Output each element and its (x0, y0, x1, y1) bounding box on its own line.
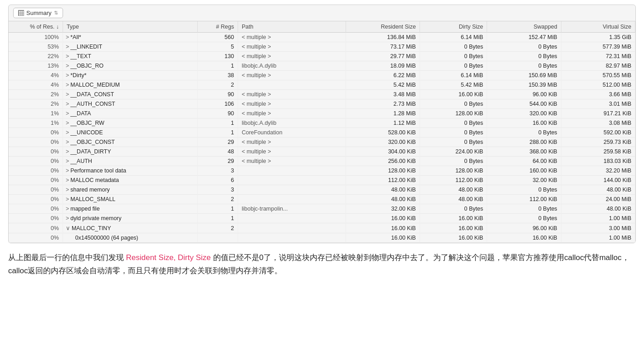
cell-type: >__OBJC_RO (63, 61, 197, 71)
expand-icon[interactable]: > (66, 187, 69, 193)
cell-regs: 1 (197, 118, 238, 128)
cell-virtual: 259.73 KiB (561, 138, 635, 147)
cell-path (238, 195, 346, 204)
expand-icon[interactable]: > (66, 215, 69, 221)
cell-dirty: 6.14 MiB (420, 33, 487, 42)
expand-icon[interactable]: > (66, 158, 69, 164)
col-regs[interactable]: # Regs (197, 21, 238, 33)
col-swapped[interactable]: Swapped (487, 21, 561, 33)
table-row[interactable]: 0% >MALLOC metadata 6 112.00 KiB 112.00 … (9, 176, 635, 185)
expand-icon[interactable]: > (66, 177, 69, 183)
table-row[interactable]: 0% >__UNICODE 1 CoreFoundation 528.00 Ki… (9, 128, 635, 138)
cell-regs: 38 (197, 71, 238, 80)
cell-pct: 0% (9, 138, 63, 147)
expand-icon[interactable]: > (66, 44, 69, 50)
expand-icon[interactable]: > (66, 139, 69, 145)
table-row[interactable]: 0% ∨MALLOC_TINY 2 16.00 KiB 16.00 KiB 96… (9, 223, 635, 233)
cell-type: >__AUTH (63, 157, 197, 166)
para-highlight: Resident Size, Dirty Size (126, 253, 211, 262)
expand-icon[interactable]: > (66, 110, 69, 117)
cell-pct: 0% (9, 214, 63, 223)
table-row[interactable]: 1% >__DATA 90 < multiple > 1.28 MiB 128.… (9, 109, 635, 118)
cell-pct: 4% (9, 71, 63, 80)
table-row[interactable]: 1% >__OBJC_RW 1 libobjc.A.dylib 1.12 MiB… (9, 118, 635, 128)
cell-resident: 320.00 KiB (346, 138, 420, 147)
expand-icon[interactable]: > (66, 129, 69, 136)
cell-resident: 128.00 KiB (346, 166, 420, 176)
table-row[interactable]: 0% >mapped file 1 libobjc-trampolin... 3… (9, 204, 635, 214)
cell-virtual: 32.20 MiB (561, 166, 635, 176)
cell-resident: 1.12 MiB (346, 118, 420, 128)
cell-type: >dyld private memory (63, 214, 197, 223)
table-row[interactable]: 0% >MALLOC_SMALL 2 48.00 KiB 48.00 KiB 1… (9, 195, 635, 204)
cell-pct: 0% (9, 157, 63, 166)
cell-type: >__LINKEDIT (63, 42, 197, 52)
cell-virtual: 72.31 MiB (561, 52, 635, 61)
expand-icon[interactable]: > (66, 34, 69, 40)
cell-path: < multiple > (238, 138, 346, 147)
table-row[interactable]: 4% >*Dirty* 38 < multiple > 6.22 MiB 6.1… (9, 71, 635, 80)
cell-virtual: 24.00 MiB (561, 195, 635, 204)
col-pct[interactable]: % of Res. ↓ (9, 21, 63, 33)
expand-icon[interactable]: > (66, 148, 69, 155)
table-row[interactable]: 2% >__AUTH_CONST 106 < multiple > 2.73 M… (9, 99, 635, 109)
table-row[interactable]: 22% >__TEXT 130 < multiple > 29.77 MiB 0… (9, 52, 635, 61)
table-row[interactable]: 13% >__OBJC_RO 1 libobjc.A.dylib 18.09 M… (9, 61, 635, 71)
cell-type: >MALLOC metadata (63, 176, 197, 185)
expand-icon[interactable]: > (66, 206, 69, 212)
expand-icon[interactable]: > (66, 53, 69, 59)
cell-path (238, 214, 346, 223)
expand-icon[interactable]: > (66, 196, 69, 202)
cell-pct: 0% (9, 223, 63, 233)
cell-type: >__OBJC_RW (63, 118, 197, 128)
expand-icon[interactable]: > (66, 167, 69, 174)
col-path[interactable]: Path (238, 21, 346, 33)
col-dirty[interactable]: Dirty Size (420, 21, 487, 33)
cell-type: >__OBJC_CONST (63, 138, 197, 147)
cell-dirty: 6.14 MiB (420, 71, 487, 80)
cell-pct: 53% (9, 42, 63, 52)
expand-icon[interactable]: ∨ (66, 225, 70, 231)
col-virtual[interactable]: Virtual Size (561, 21, 635, 33)
cell-resident: 73.17 MiB (346, 42, 420, 52)
expand-icon[interactable]: > (66, 101, 69, 107)
cell-type: >mapped file (63, 204, 197, 214)
cell-path: < multiple > (238, 147, 346, 157)
col-type[interactable]: Type (63, 21, 197, 33)
cell-virtual: 577.39 MiB (561, 42, 635, 52)
table-row[interactable]: 53% >__LINKEDIT 5 < multiple > 73.17 MiB… (9, 42, 635, 52)
table-row[interactable]: 100% >*All* 560 < multiple > 136.84 MiB … (9, 33, 635, 42)
cell-swapped: 112.00 KiB (487, 195, 561, 204)
cell-regs: 3 (197, 166, 238, 176)
cell-path: < multiple > (238, 71, 346, 80)
cell-dirty: 5.42 MiB (420, 80, 487, 90)
cell-pct: 0% (9, 147, 63, 157)
table-row[interactable]: 4% >MALLOC_MEDIUM 2 5.42 MiB 5.42 MiB 15… (9, 80, 635, 90)
cell-pct: 1% (9, 109, 63, 118)
table-row[interactable]: 0% >__AUTH 29 < multiple > 256.00 KiB 0 … (9, 157, 635, 166)
cell-pct: 0% (9, 204, 63, 214)
cell-path (238, 176, 346, 185)
table-row[interactable]: 0% >__DATA_DIRTY 48 < multiple > 304.00 … (9, 147, 635, 157)
summary-button[interactable]: Summary ⇅ (13, 8, 63, 18)
cell-type: >*All* (63, 33, 197, 42)
cell-resident: 16.00 KiB (346, 223, 420, 233)
col-resident[interactable]: Resident Size (346, 21, 420, 33)
expand-icon[interactable]: > (66, 72, 69, 79)
expand-icon[interactable]: > (66, 120, 69, 126)
cell-type: >__UNICODE (63, 128, 197, 138)
table-row[interactable]: 0% 0x145000000 (64 pages) 16.00 KiB 16.0… (9, 233, 635, 243)
expand-icon[interactable]: > (66, 63, 69, 69)
cell-dirty: 16.00 KiB (420, 233, 487, 243)
table-row[interactable]: 0% >Performance tool data 3 128.00 KiB 1… (9, 166, 635, 176)
cell-dirty: 48.00 KiB (420, 195, 487, 204)
expand-icon[interactable]: > (66, 91, 69, 98)
table-row[interactable]: 0% >__OBJC_CONST 29 < multiple > 320.00 … (9, 138, 635, 147)
table-row[interactable]: 2% >__DATA_CONST 90 < multiple > 3.48 Mi… (9, 90, 635, 99)
expand-icon[interactable]: > (66, 82, 69, 88)
cell-regs: 90 (197, 90, 238, 99)
table-row[interactable]: 0% >shared memory 3 48.00 KiB 48.00 KiB … (9, 185, 635, 195)
cell-path: < multiple > (238, 42, 346, 52)
cell-regs: 29 (197, 157, 238, 166)
table-row[interactable]: 0% >dyld private memory 1 16.00 KiB 16.0… (9, 214, 635, 223)
